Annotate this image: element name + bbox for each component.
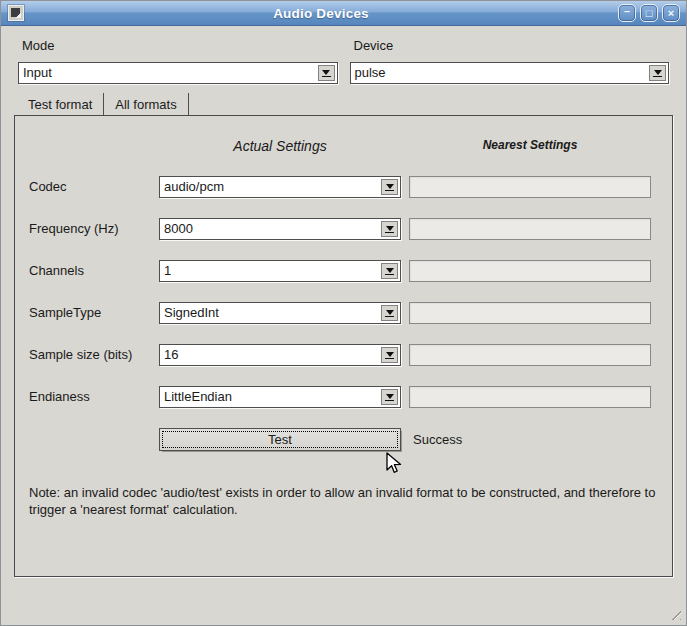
dropdown-arrow-icon [381,347,398,363]
dialog-content: Mode Input Device pulse Test format All … [1,26,686,577]
mode-device-row: Mode Input Device pulse [11,38,676,84]
window-controls: – □ × [618,4,680,22]
test-button[interactable]: Test [159,428,401,451]
channels-nearest-field [409,260,651,282]
actual-settings-header: Actual Settings [159,138,401,156]
frequency-label: Frequency (Hz) [29,218,151,240]
nearest-settings-header: Nearest Settings [409,138,651,156]
mode-field-group: Mode Input [18,38,338,84]
sample-size-label: Sample size (bits) [29,344,151,366]
mode-combobox[interactable]: Input [18,62,338,84]
dropdown-arrow-icon [318,65,335,81]
resize-grip[interactable] [668,607,681,620]
device-field-group: Device pulse [350,38,670,84]
window-title: Audio Devices [24,6,618,21]
codec-label: Codec [29,176,151,198]
frequency-nearest-field [409,218,651,240]
close-button[interactable]: × [662,4,680,22]
endianess-nearest-field [409,386,651,408]
channels-label: Channels [29,260,151,282]
mode-combobox-value: Input [23,63,52,83]
dropdown-arrow-icon [649,65,666,81]
codec-combobox-value: audio/pcm [164,177,224,197]
test-format-pane: Actual Settings Nearest Settings Codec a… [14,115,673,577]
sample-size-combobox[interactable]: 16 [159,344,401,366]
channels-combobox[interactable]: 1 [159,260,401,282]
tab-test-format[interactable]: Test format [17,93,104,115]
maximize-button[interactable]: □ [640,4,658,22]
channels-combobox-value: 1 [164,261,171,281]
test-status-label: Success [409,432,651,447]
sample-size-combobox-value: 16 [164,345,178,365]
tab-bar: Test format All formats [17,93,673,115]
endianess-combobox-value: LittleEndian [164,387,232,407]
frequency-combobox-value: 8000 [164,219,193,239]
dropdown-arrow-icon [381,389,398,405]
mode-label: Mode [22,38,338,53]
note-text: Note: an invalid codec 'audio/test' exis… [29,484,657,518]
minimize-button[interactable]: – [618,4,636,22]
audio-devices-window: Audio Devices – □ × Mode Input Device pu… [0,0,687,626]
sampletype-label: SampleType [29,302,151,324]
endianess-label: Endianess [29,386,151,408]
dropdown-arrow-icon [381,305,398,321]
titlebar: Audio Devices – □ × [1,1,686,26]
sampletype-combobox-value: SignedInt [164,303,219,323]
codec-nearest-field [409,176,651,198]
tab-all-formats[interactable]: All formats [104,93,188,115]
window-menu-icon[interactable] [8,5,24,21]
endianess-combobox[interactable]: LittleEndian [159,386,401,408]
sample-size-nearest-field [409,344,651,366]
device-label: Device [354,38,670,53]
dropdown-arrow-icon [381,179,398,195]
dropdown-arrow-icon [381,221,398,237]
device-combobox-value: pulse [355,63,386,83]
frequency-combobox[interactable]: 8000 [159,218,401,240]
device-combobox[interactable]: pulse [350,62,670,84]
dropdown-arrow-icon [381,263,398,279]
codec-combobox[interactable]: audio/pcm [159,176,401,198]
sampletype-combobox[interactable]: SignedInt [159,302,401,324]
sampletype-nearest-field [409,302,651,324]
settings-form: Actual Settings Nearest Settings Codec a… [29,138,672,451]
